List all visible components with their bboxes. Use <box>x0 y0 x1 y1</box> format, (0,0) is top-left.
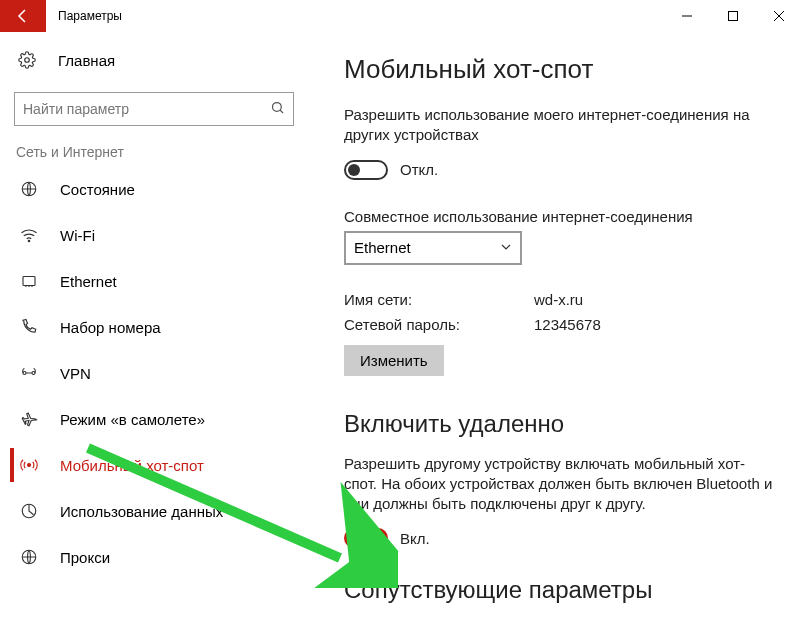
sidebar-item-label: Wi-Fi <box>60 227 95 244</box>
svg-point-11 <box>32 372 35 375</box>
svg-point-5 <box>273 102 282 111</box>
sidebar-item-ethernet[interactable]: Ethernet <box>10 258 300 304</box>
wifi-icon <box>20 226 42 244</box>
sidebar-item-datausage[interactable]: Использование данных <box>10 488 300 534</box>
airplane-icon <box>20 410 42 428</box>
svg-point-12 <box>28 464 31 467</box>
svg-point-10 <box>23 372 26 375</box>
svg-point-4 <box>25 58 30 63</box>
svg-line-6 <box>280 110 283 113</box>
network-password-value: 12345678 <box>534 316 601 333</box>
window-title: Параметры <box>46 9 122 23</box>
vpn-icon <box>20 364 42 382</box>
sidebar: Главная Сеть и Интернет Состояние Wi-Fi … <box>0 32 310 633</box>
share-from-label: Совместное использование интернет-соедин… <box>344 208 776 225</box>
svg-point-8 <box>28 240 30 242</box>
svg-rect-9 <box>23 277 35 286</box>
sidebar-home-label: Главная <box>58 52 115 69</box>
sidebar-item-airplane[interactable]: Режим «в самолете» <box>10 396 300 442</box>
toggle-off-label: Откл. <box>400 161 438 178</box>
sidebar-item-label: Режим «в самолете» <box>60 411 205 428</box>
title-bar: Параметры <box>0 0 802 32</box>
sidebar-item-label: Прокси <box>60 549 110 566</box>
data-usage-icon <box>20 502 42 520</box>
globe-icon <box>20 180 42 198</box>
arrow-left-icon <box>15 8 31 24</box>
svg-rect-1 <box>729 12 738 21</box>
related-heading: Сопутствующие параметры <box>344 576 776 604</box>
toggle-on-label: Вкл. <box>400 530 430 547</box>
sidebar-item-label: Ethernet <box>60 273 117 290</box>
sidebar-item-vpn[interactable]: VPN <box>10 350 300 396</box>
sidebar-item-label: Использование данных <box>60 503 223 520</box>
search-input[interactable] <box>23 101 270 117</box>
sidebar-item-status[interactable]: Состояние <box>10 166 300 212</box>
search-box[interactable] <box>14 92 294 126</box>
hotspot-icon <box>20 456 42 474</box>
minimize-button[interactable] <box>664 0 710 32</box>
network-name-label: Имя сети: <box>344 291 534 308</box>
sidebar-item-dialup[interactable]: Набор номера <box>10 304 300 350</box>
sidebar-home[interactable]: Главная <box>10 40 300 80</box>
sidebar-category: Сеть и Интернет <box>10 144 300 166</box>
select-value: Ethernet <box>354 239 411 256</box>
toggle-track-on[interactable] <box>344 528 388 548</box>
page-title: Мобильный хот-спот <box>344 54 776 85</box>
close-button[interactable] <box>756 0 802 32</box>
gear-icon <box>18 51 40 69</box>
sidebar-item-proxy[interactable]: Прокси <box>10 534 300 580</box>
phone-icon <box>20 318 42 336</box>
remote-toggle[interactable]: Вкл. <box>344 526 776 550</box>
toggle-track-off[interactable] <box>344 160 388 180</box>
remote-heading: Включить удаленно <box>344 410 776 438</box>
back-button[interactable] <box>0 0 46 32</box>
network-name-value: wd-x.ru <box>534 291 583 308</box>
sidebar-item-label: Мобильный хот-спот <box>60 457 204 474</box>
search-icon <box>270 100 285 119</box>
ethernet-icon <box>20 272 42 290</box>
sidebar-item-label: Набор номера <box>60 319 161 336</box>
remote-description: Разрешить другому устройству включать мо… <box>344 454 776 515</box>
share-from-select[interactable]: Ethernet <box>344 231 522 265</box>
proxy-icon <box>20 548 42 566</box>
sidebar-item-hotspot[interactable]: Мобильный хот-спот <box>10 442 300 488</box>
share-toggle[interactable]: Откл. <box>344 158 776 182</box>
sidebar-item-label: Состояние <box>60 181 135 198</box>
network-password-label: Сетевой пароль: <box>344 316 534 333</box>
sidebar-item-wifi[interactable]: Wi-Fi <box>10 212 300 258</box>
sidebar-item-label: VPN <box>60 365 91 382</box>
share-description: Разрешить использование моего интернет-с… <box>344 105 776 146</box>
edit-button[interactable]: Изменить <box>344 345 444 376</box>
maximize-button[interactable] <box>710 0 756 32</box>
chevron-down-icon <box>500 239 512 257</box>
main-panel: Мобильный хот-спот Разрешить использован… <box>310 32 802 633</box>
